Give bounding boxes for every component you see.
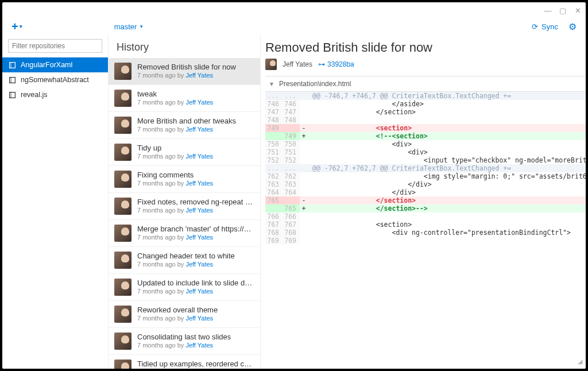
commit-icon: ⊶: [318, 60, 325, 68]
commit-meta: 7 months ago by Jeff Yates: [137, 207, 254, 214]
commit-item[interactable]: Fixing comments7 months ago by Jeff Yate…: [109, 166, 260, 193]
svg-rect-0: [9, 62, 15, 68]
plus-icon: +: [11, 20, 18, 33]
diff-line: ......@@ -746,7 +746,7 @@ CriteriaTextBo…: [265, 92, 588, 100]
maximize-button[interactable]: ▢: [559, 7, 566, 14]
svg-rect-2: [9, 77, 15, 83]
commit-meta: 7 months ago by Jeff Yates: [137, 342, 254, 349]
diff-file-header[interactable]: ▾ Presentation\index.html 4: [265, 76, 588, 92]
diff-line: 768768 <div ng-controller="presentationB…: [265, 229, 588, 237]
repo-name: ngSomewhatAbstract: [21, 76, 89, 84]
avatar: [114, 144, 131, 161]
commit-item[interactable]: Merge branch 'master' of https://github.…: [109, 220, 260, 247]
commit-item[interactable]: Removed British slide for now7 months ag…: [109, 58, 260, 85]
diff-line: 752752 <input type="checkbox" ng-model="…: [265, 156, 588, 164]
caret-down-icon: ▾: [20, 24, 22, 29]
commit-meta: 7 months ago by Jeff Yates: [137, 180, 254, 187]
diff-line: 749- <section>: [265, 124, 588, 132]
commit-detail-panel: Removed British slide for now Jeff Yates…: [261, 34, 588, 369]
diff-line: 748748: [265, 116, 588, 124]
filter-repos-input[interactable]: [8, 39, 102, 53]
file-path: Presentation\index.html: [279, 80, 351, 88]
diff-line: 746746 </aside>: [265, 100, 588, 108]
commit-title: Fixing comments: [137, 171, 254, 179]
diff-line: 751751 <div>: [265, 148, 588, 156]
settings-button[interactable]: ⚙: [568, 21, 577, 32]
commit-title: tweak: [137, 90, 254, 98]
caret-down-icon: ▾: [140, 24, 143, 29]
commit-sha-link[interactable]: ⊶ 33928ba: [318, 60, 354, 68]
diff-line: 766766: [265, 212, 588, 221]
diff-line: 769769: [265, 237, 588, 245]
gear-icon: ⚙: [568, 22, 577, 32]
history-panel: History Removed British slide for now7 m…: [109, 34, 261, 369]
commit-item[interactable]: Reworked overall theme7 months ago by Je…: [109, 301, 260, 328]
diff-line: 765+ </section>-->: [265, 204, 588, 212]
close-button[interactable]: ✕: [574, 7, 581, 14]
commit-title: Removed British slide for now: [265, 40, 588, 55]
toolbar: + ▾ master ▾ ⟳ Sync ⚙: [2, 18, 586, 34]
commit-item[interactable]: Tidied up examples, reordered content, e…: [109, 355, 260, 369]
avatar: [114, 171, 131, 188]
diff-line: 762762 <img style="margin: 0;" src="asse…: [265, 172, 588, 180]
avatar: [114, 252, 131, 269]
commit-title: Consolidating last two slides: [137, 333, 254, 341]
diff-line: 749+ <!--<section>: [265, 132, 588, 140]
commit-title: Changed header text to white: [137, 252, 254, 260]
history-title: History: [109, 34, 260, 58]
minimize-button[interactable]: —: [544, 7, 551, 14]
commit-item[interactable]: Fixed notes, removed ng-repeat demo7 mon…: [109, 193, 260, 220]
commit-title: Removed British slide for now: [137, 63, 254, 71]
commit-title: Reworked overall theme: [137, 306, 254, 314]
commit-item[interactable]: Tidy up7 months ago by Jeff Yates: [109, 139, 260, 166]
commit-meta: 7 months ago by Jeff Yates: [137, 315, 254, 322]
avatar: [114, 360, 131, 369]
resize-grip[interactable]: ◢: [578, 358, 582, 365]
diff-line: 767767 <section>: [265, 221, 588, 229]
repo-icon: [8, 91, 16, 99]
svg-rect-4: [9, 92, 15, 98]
window-titlebar: — ▢ ✕: [2, 2, 586, 18]
diff-line: 763763 </div>: [265, 180, 588, 188]
commit-title: Merge branch 'master' of https://github.…: [137, 225, 254, 233]
commit-item[interactable]: Changed header text to white7 months ago…: [109, 247, 260, 274]
commit-meta: 7 months ago by Jeff Yates: [137, 126, 254, 133]
avatar: [114, 90, 131, 107]
repo-name: reveal.js: [21, 91, 48, 99]
commit-item[interactable]: tweak7 months ago by Jeff Yates: [109, 85, 260, 112]
commit-meta: 7 months ago by Jeff Yates: [137, 288, 254, 295]
avatar: [114, 279, 131, 296]
sync-button[interactable]: ⟳ Sync: [532, 22, 558, 31]
diff-line: 765- </section>: [265, 196, 588, 204]
sync-label: Sync: [541, 22, 558, 31]
commit-title: Updated to include link to slide deck on…: [137, 279, 254, 287]
commit-meta: 7 months ago by Jeff Yates: [137, 153, 254, 160]
commit-item[interactable]: Consolidating last two slides7 months ag…: [109, 328, 260, 355]
repo-item[interactable]: reveal.js: [2, 87, 108, 102]
commit-title: Tidy up: [137, 144, 254, 152]
branch-selector[interactable]: master ▾: [114, 22, 144, 31]
sync-icon: ⟳: [532, 22, 538, 31]
avatar: [114, 198, 131, 215]
commit-list: Removed British slide for now7 months ag…: [109, 58, 260, 369]
avatar: [114, 63, 131, 80]
commit-meta: 7 months ago by Jeff Yates: [137, 72, 254, 79]
commit-item[interactable]: More British and other tweaks7 months ag…: [109, 112, 260, 139]
avatar: [114, 333, 131, 350]
repo-icon: [8, 61, 16, 69]
diff-body[interactable]: ......@@ -746,7 +746,7 @@ CriteriaTextBo…: [265, 92, 588, 369]
commit-item[interactable]: Updated to include link to slide deck on…: [109, 274, 260, 301]
commit-meta: 7 months ago by Jeff Yates: [137, 234, 254, 241]
diff-line: 750750 <div>: [265, 140, 588, 148]
repo-icon: [8, 76, 16, 84]
repo-sidebar: AngularForXamlngSomewhatAbstractreveal.j…: [2, 34, 109, 369]
commit-title: More British and other tweaks: [137, 117, 254, 125]
repo-item[interactable]: AngularForXaml: [2, 57, 108, 72]
add-button[interactable]: + ▾: [11, 20, 22, 33]
commit-title: Fixed notes, removed ng-repeat demo: [137, 198, 254, 206]
avatar: [114, 117, 131, 134]
repo-item[interactable]: ngSomewhatAbstract: [2, 72, 108, 87]
author-avatar: [265, 59, 277, 70]
diff-line: 764764 </div>: [265, 188, 588, 196]
branch-name: master: [114, 22, 137, 31]
